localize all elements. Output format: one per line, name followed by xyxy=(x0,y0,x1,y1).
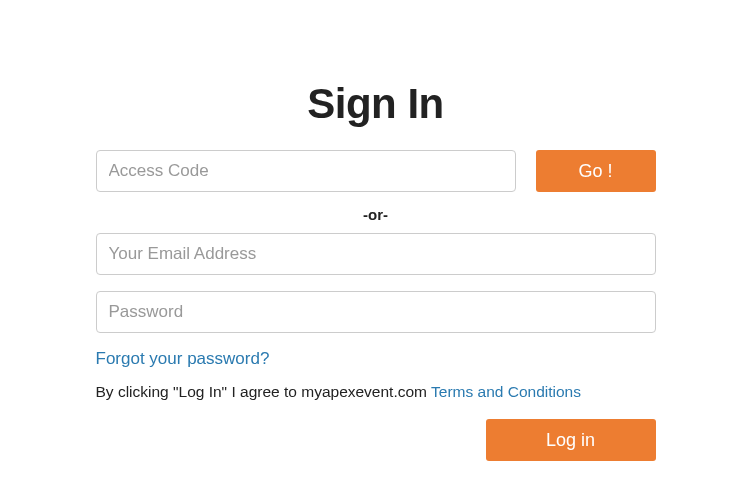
go-button[interactable]: Go ! xyxy=(536,150,656,192)
password-input[interactable] xyxy=(96,291,656,333)
access-code-row: Go ! xyxy=(96,150,656,192)
agree-text: By clicking "Log In" I agree to myapexev… xyxy=(96,383,656,401)
page-title: Sign In xyxy=(96,80,656,128)
login-button[interactable]: Log in xyxy=(486,419,656,461)
access-code-input[interactable] xyxy=(96,150,516,192)
signin-form: Sign In Go ! -or- Forgot your password? … xyxy=(96,0,656,401)
or-separator: -or- xyxy=(96,206,656,223)
terms-link[interactable]: Terms and Conditions xyxy=(431,383,581,400)
forgot-password-link[interactable]: Forgot your password? xyxy=(96,349,270,369)
email-input[interactable] xyxy=(96,233,656,275)
agree-prefix: By clicking "Log In" I agree to myapexev… xyxy=(96,383,432,400)
